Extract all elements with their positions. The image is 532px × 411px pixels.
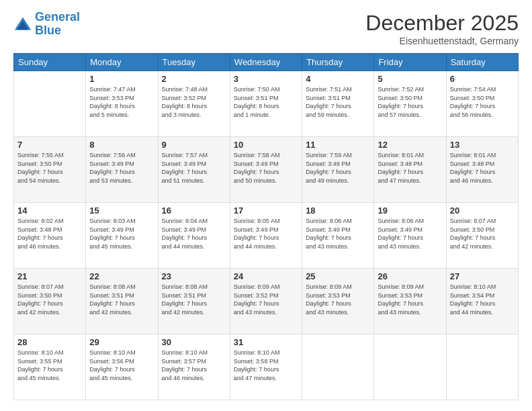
page: General Blue December 2025 Eisenhuettens… (0, 0, 532, 411)
day-info: Sunrise: 8:10 AM Sunset: 3:55 PM Dayligh… (17, 349, 82, 382)
day-info: Sunrise: 7:47 AM Sunset: 3:53 PM Dayligh… (89, 85, 154, 119)
day-info: Sunrise: 7:56 AM Sunset: 3:49 PM Dayligh… (89, 151, 154, 185)
day-number: 29 (89, 337, 154, 347)
day-info: Sunrise: 7:50 AM Sunset: 3:51 PM Dayligh… (234, 85, 298, 119)
day-info: Sunrise: 8:02 AM Sunset: 3:48 PM Dayligh… (17, 217, 82, 250)
calendar-week-row: 28Sunrise: 8:10 AM Sunset: 3:55 PM Dayli… (14, 334, 519, 400)
day-info: Sunrise: 7:48 AM Sunset: 3:52 PM Dayligh… (162, 85, 226, 119)
calendar-cell: 19Sunrise: 8:06 AM Sunset: 3:49 PM Dayli… (374, 203, 446, 269)
calendar-cell (446, 334, 518, 400)
calendar-cell: 29Sunrise: 8:10 AM Sunset: 3:56 PM Dayli… (86, 334, 158, 400)
calendar-cell: 20Sunrise: 8:07 AM Sunset: 3:50 PM Dayli… (446, 203, 518, 269)
day-info: Sunrise: 7:55 AM Sunset: 3:50 PM Dayligh… (17, 151, 82, 185)
calendar-cell: 10Sunrise: 7:58 AM Sunset: 3:49 PM Dayli… (230, 137, 302, 203)
day-number: 27 (450, 271, 515, 281)
day-info: Sunrise: 8:01 AM Sunset: 3:48 PM Dayligh… (378, 151, 442, 185)
logo-blue: Blue (35, 24, 61, 37)
day-info: Sunrise: 8:07 AM Sunset: 3:50 PM Dayligh… (17, 283, 82, 316)
day-number: 8 (89, 140, 154, 150)
day-info: Sunrise: 8:10 AM Sunset: 3:56 PM Dayligh… (89, 349, 154, 382)
logo: General Blue (13, 11, 80, 38)
day-info: Sunrise: 7:52 AM Sunset: 3:50 PM Dayligh… (378, 85, 442, 119)
day-number: 18 (306, 205, 370, 216)
day-info: Sunrise: 7:51 AM Sunset: 3:51 PM Dayligh… (306, 85, 370, 119)
weekday-header: Thursday (302, 54, 374, 71)
day-number: 31 (234, 337, 298, 347)
calendar-cell (14, 71, 86, 137)
calendar-week-row: 7Sunrise: 7:55 AM Sunset: 3:50 PM Daylig… (14, 137, 519, 203)
day-number: 19 (378, 205, 442, 216)
calendar-cell (374, 334, 446, 400)
day-info: Sunrise: 8:10 AM Sunset: 3:54 PM Dayligh… (450, 283, 515, 316)
calendar-cell: 30Sunrise: 8:10 AM Sunset: 3:57 PM Dayli… (158, 334, 230, 400)
day-info: Sunrise: 8:09 AM Sunset: 3:53 PM Dayligh… (378, 283, 442, 316)
day-info: Sunrise: 8:07 AM Sunset: 3:50 PM Dayligh… (450, 217, 515, 250)
calendar-cell: 27Sunrise: 8:10 AM Sunset: 3:54 PM Dayli… (446, 269, 518, 334)
calendar-cell: 17Sunrise: 8:05 AM Sunset: 3:49 PM Dayli… (230, 203, 302, 269)
day-number: 12 (378, 140, 442, 150)
day-number: 7 (17, 140, 82, 150)
calendar-cell: 22Sunrise: 8:08 AM Sunset: 3:51 PM Dayli… (86, 269, 158, 334)
calendar-cell: 25Sunrise: 8:09 AM Sunset: 3:53 PM Dayli… (302, 269, 374, 334)
day-info: Sunrise: 8:05 AM Sunset: 3:49 PM Dayligh… (234, 217, 298, 250)
day-number: 24 (234, 271, 298, 281)
day-info: Sunrise: 8:01 AM Sunset: 3:48 PM Dayligh… (450, 151, 515, 185)
day-number: 4 (306, 74, 370, 84)
calendar-cell: 1Sunrise: 7:47 AM Sunset: 3:53 PM Daylig… (86, 71, 158, 137)
logo-text: General Blue (35, 11, 80, 38)
day-number: 9 (162, 140, 226, 150)
title-block: December 2025 Eisenhuettenstadt, Germany (365, 11, 519, 46)
day-number: 3 (234, 74, 298, 84)
calendar-cell: 14Sunrise: 8:02 AM Sunset: 3:48 PM Dayli… (14, 203, 86, 269)
day-number: 25 (306, 271, 370, 281)
weekday-header: Wednesday (230, 54, 302, 71)
day-info: Sunrise: 8:09 AM Sunset: 3:53 PM Dayligh… (306, 283, 370, 316)
calendar-cell: 15Sunrise: 8:03 AM Sunset: 3:49 PM Dayli… (86, 203, 158, 269)
calendar-cell: 2Sunrise: 7:48 AM Sunset: 3:52 PM Daylig… (158, 71, 230, 137)
calendar-cell: 23Sunrise: 8:08 AM Sunset: 3:51 PM Dayli… (158, 269, 230, 334)
calendar-cell: 26Sunrise: 8:09 AM Sunset: 3:53 PM Dayli… (374, 269, 446, 334)
day-info: Sunrise: 8:04 AM Sunset: 3:49 PM Dayligh… (162, 217, 226, 250)
calendar-cell: 9Sunrise: 7:57 AM Sunset: 3:49 PM Daylig… (158, 137, 230, 203)
calendar-cell: 12Sunrise: 8:01 AM Sunset: 3:48 PM Dayli… (374, 137, 446, 203)
weekday-header: Saturday (446, 54, 518, 71)
calendar-cell: 28Sunrise: 8:10 AM Sunset: 3:55 PM Dayli… (14, 334, 86, 400)
day-info: Sunrise: 8:06 AM Sunset: 3:49 PM Dayligh… (306, 217, 370, 250)
calendar-cell: 24Sunrise: 8:09 AM Sunset: 3:52 PM Dayli… (230, 269, 302, 334)
calendar-cell (302, 334, 374, 400)
calendar-week-row: 14Sunrise: 8:02 AM Sunset: 3:48 PM Dayli… (14, 203, 519, 269)
calendar-cell: 18Sunrise: 8:06 AM Sunset: 3:49 PM Dayli… (302, 203, 374, 269)
header: General Blue December 2025 Eisenhuettens… (13, 11, 519, 46)
day-number: 17 (234, 205, 298, 216)
day-info: Sunrise: 7:54 AM Sunset: 3:50 PM Dayligh… (450, 85, 515, 119)
logo-icon (13, 15, 32, 34)
month-title: December 2025 (365, 11, 519, 36)
day-info: Sunrise: 8:10 AM Sunset: 3:57 PM Dayligh… (162, 349, 226, 382)
day-info: Sunrise: 8:08 AM Sunset: 3:51 PM Dayligh… (162, 283, 226, 316)
day-number: 20 (450, 205, 515, 216)
day-info: Sunrise: 8:06 AM Sunset: 3:49 PM Dayligh… (378, 217, 442, 250)
calendar-cell: 21Sunrise: 8:07 AM Sunset: 3:50 PM Dayli… (14, 269, 86, 334)
calendar-cell: 8Sunrise: 7:56 AM Sunset: 3:49 PM Daylig… (86, 137, 158, 203)
calendar-cell: 7Sunrise: 7:55 AM Sunset: 3:50 PM Daylig… (14, 137, 86, 203)
calendar-cell: 16Sunrise: 8:04 AM Sunset: 3:49 PM Dayli… (158, 203, 230, 269)
weekday-header: Sunday (14, 54, 86, 71)
day-info: Sunrise: 7:57 AM Sunset: 3:49 PM Dayligh… (162, 151, 226, 185)
day-number: 10 (234, 140, 298, 150)
calendar-cell: 11Sunrise: 7:59 AM Sunset: 3:49 PM Dayli… (302, 137, 374, 203)
calendar-cell: 6Sunrise: 7:54 AM Sunset: 3:50 PM Daylig… (446, 71, 518, 137)
day-number: 22 (89, 271, 154, 281)
day-number: 16 (162, 205, 226, 216)
day-number: 15 (89, 205, 154, 216)
day-info: Sunrise: 8:09 AM Sunset: 3:52 PM Dayligh… (234, 283, 298, 316)
day-number: 13 (450, 140, 515, 150)
day-number: 6 (450, 74, 515, 84)
day-number: 30 (162, 337, 226, 347)
weekday-header: Friday (374, 54, 446, 71)
day-number: 28 (17, 337, 82, 347)
day-number: 2 (162, 74, 226, 84)
day-number: 11 (306, 140, 370, 150)
calendar-week-row: 1Sunrise: 7:47 AM Sunset: 3:53 PM Daylig… (14, 71, 519, 137)
calendar-cell: 3Sunrise: 7:50 AM Sunset: 3:51 PM Daylig… (230, 71, 302, 137)
calendar-week-row: 21Sunrise: 8:07 AM Sunset: 3:50 PM Dayli… (14, 269, 519, 334)
